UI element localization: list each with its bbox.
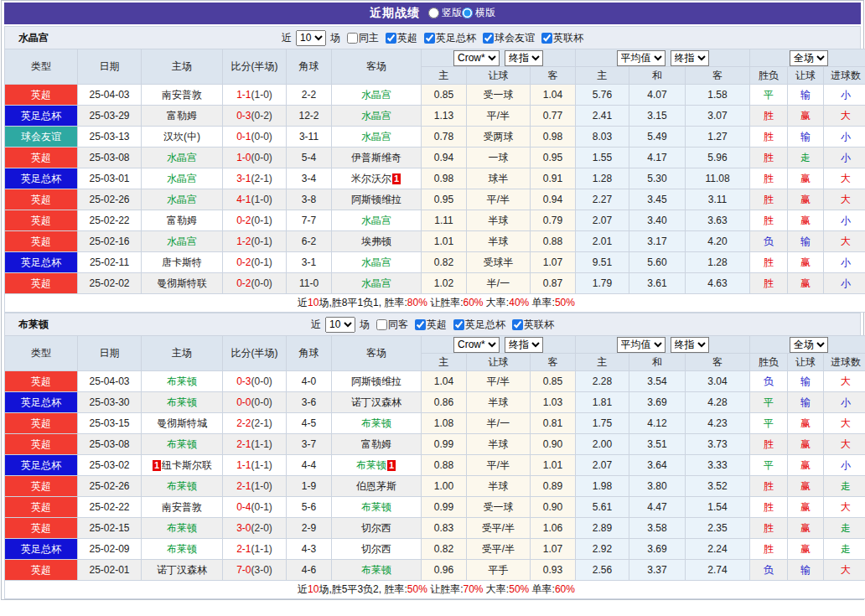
away-team-name: 布莱顿 <box>361 417 391 429</box>
avg-draw-odds: 4.07 <box>629 85 686 106</box>
league-filter-checkbox[interactable] <box>415 319 426 330</box>
home-team-name: 纽卡斯尔联 <box>162 459 212 471</box>
result-handicap: 赢 <box>788 168 824 189</box>
handicap-line: 平/半 <box>467 371 531 392</box>
col-header-0: 类型 <box>5 49 78 85</box>
handicap-away-odds: 0.90 <box>531 434 576 455</box>
score-cell: 0-0(0-0) <box>223 392 287 413</box>
home-team-name: 富勒姆 <box>167 215 197 226</box>
page: 近期战绩 竖版横版 水晶宫近10场同主英超英足总杯球会友谊英联杯类型日期主场比分… <box>1 0 864 600</box>
odds-provider-select[interactable]: Crow* <box>453 337 500 353</box>
same-venue-checkbox-label[interactable]: 同主 <box>342 31 379 45</box>
league-filter-checkbox-label[interactable]: 英超 <box>381 31 417 45</box>
league-filter-label: 英联杯 <box>553 31 583 45</box>
col-header-1: 日期 <box>78 336 142 371</box>
league-filter-checkbox-label[interactable]: 英超 <box>410 318 447 332</box>
match-date-cell: 25-03-15 <box>78 413 142 434</box>
league-filter-checkbox-label[interactable]: 球会友谊 <box>478 31 535 45</box>
layout-radio-input[interactable] <box>462 8 473 18</box>
result-outcome: 平 <box>750 392 788 413</box>
corner-cell: 7-7 <box>287 210 332 231</box>
layout-radio-vertical[interactable]: 竖版 <box>428 6 462 20</box>
average-stage-select[interactable]: 终指 <box>671 337 709 353</box>
league-filter-checkbox[interactable] <box>453 319 464 330</box>
result-goals: 走 <box>824 476 865 497</box>
col-header-3: 比分(半场) <box>223 336 287 371</box>
halftime-score: (3-0) <box>251 564 272 576</box>
score-cell: 1-1(1-0) <box>223 85 287 106</box>
league-filter-checkbox[interactable] <box>386 33 396 44</box>
avg-away-odds: 3.63 <box>686 210 750 231</box>
result-goals: 小 <box>824 455 865 476</box>
fulltime-score: 0-3 <box>236 110 251 122</box>
col-header-4: 角球 <box>287 49 332 85</box>
away-team-name: 富勒姆 <box>361 438 391 450</box>
summary-row: 近10场,胜5平3负2, 胜率:50% 让胜率:70% 大率:50% 单率:60… <box>5 581 865 599</box>
score-cell: 1-2(0-1) <box>223 231 287 252</box>
league-filter-checkbox-label[interactable]: 英足总杯 <box>419 31 476 45</box>
away-team-cell: 伯恩茅斯 <box>332 476 422 497</box>
layout-radio-input[interactable] <box>428 8 439 18</box>
team-section: 水晶宫近10场同主英超英足总杯球会友谊英联杯类型日期主场比分(半场)角球客场Cr… <box>4 26 861 313</box>
league-filter-checkbox-label[interactable]: 英联杯 <box>507 318 554 332</box>
title-bar: 近期战绩 竖版横版 <box>4 3 861 24</box>
league-filter-checkbox-label[interactable]: 英足总杯 <box>448 318 505 332</box>
result-outcome: 胜 <box>750 106 788 127</box>
same-venue-checkbox-label[interactable]: 同客 <box>371 318 408 332</box>
handicap-away-odds: 0.79 <box>531 210 576 231</box>
away-team-cell: 伊普斯维奇 <box>332 148 422 168</box>
odds-stage-select[interactable]: 终指 <box>505 50 543 66</box>
average-select[interactable]: 平均值 <box>617 50 666 66</box>
same-venue-checkbox[interactable] <box>347 33 358 44</box>
average-select[interactable]: 平均值 <box>617 337 666 353</box>
result-goals: 小 <box>824 252 865 273</box>
avg-subcol-header: 客 <box>686 67 750 85</box>
average-stage-select[interactable]: 终指 <box>671 50 709 66</box>
avg-away-odds: 3.11 <box>686 189 750 210</box>
summary-label: 大率: <box>484 297 510 308</box>
odds-stage-select[interactable]: 终指 <box>505 337 543 353</box>
layout-radio-horizontal[interactable]: 横版 <box>462 6 495 20</box>
handicap-home-odds: 1.02 <box>422 273 467 294</box>
league-filter-checkbox-label[interactable]: 英联杯 <box>536 31 583 45</box>
league-filter-checkbox[interactable] <box>483 33 494 44</box>
avg-away-odds: 4.23 <box>686 413 750 434</box>
same-venue-checkbox[interactable] <box>376 319 387 330</box>
home-team-name: 富勒姆 <box>167 110 197 122</box>
score-cell: 0-3(0-0) <box>223 371 287 392</box>
home-team-cell: 水晶宫 <box>142 168 223 189</box>
match-date-cell: 25-02-02 <box>78 273 142 294</box>
match-count-select[interactable]: 10 <box>325 317 355 333</box>
summary-cell: 近10场,胜5平3负2, 胜率:50% 让胜率:70% 大率:50% 单率:60… <box>5 581 865 599</box>
result-subcol-header: 进球数 <box>824 67 865 85</box>
league-filter-checkbox[interactable] <box>424 33 435 44</box>
handicap-away-odds: 0.89 <box>531 476 576 497</box>
result-handicap: 走 <box>788 148 824 168</box>
away-team-cell: 切尔西 <box>332 539 422 560</box>
handicap-line: 平/半 <box>467 106 531 127</box>
average-odds-header: 平均值终指 <box>576 336 750 354</box>
summary-label: 让胜率: <box>427 583 464 595</box>
avg-home-odds: 5.61 <box>576 497 629 518</box>
league-filter-checkbox[interactable] <box>512 319 523 330</box>
handicap-away-odds: 0.81 <box>531 413 576 434</box>
league-filter-checkbox[interactable] <box>541 33 552 44</box>
handicap-away-odds: 0.85 <box>531 371 576 392</box>
corner-cell: 4-4 <box>287 455 332 476</box>
home-team-name: 布莱顿 <box>167 396 197 408</box>
result-outcome: 平 <box>750 455 788 476</box>
league-type-cell: 英足总杯 <box>5 455 78 476</box>
away-team-cell: 米尔沃尔1 <box>332 168 422 189</box>
avg-draw-odds: 3.69 <box>629 539 686 560</box>
match-row: 英足总杯25-02-09布莱顿2-1(1-1)4-3切尔西0.82受平/半1.0… <box>5 539 865 560</box>
avg-draw-odds: 3.37 <box>629 560 686 581</box>
odds-provider-select[interactable]: Crow* <box>453 50 500 66</box>
result-handicap: 输 <box>788 85 824 106</box>
scope-select[interactable]: 全场 <box>790 50 828 66</box>
score-cell: 4-1(1-0) <box>223 189 287 210</box>
corner-cell: 5-6 <box>287 497 332 518</box>
away-team-name: 阿斯顿维拉 <box>351 194 401 205</box>
handicap-line: 受一球 <box>467 85 531 106</box>
scope-select[interactable]: 全场 <box>790 337 828 353</box>
match-count-select[interactable]: 10 <box>296 30 326 46</box>
